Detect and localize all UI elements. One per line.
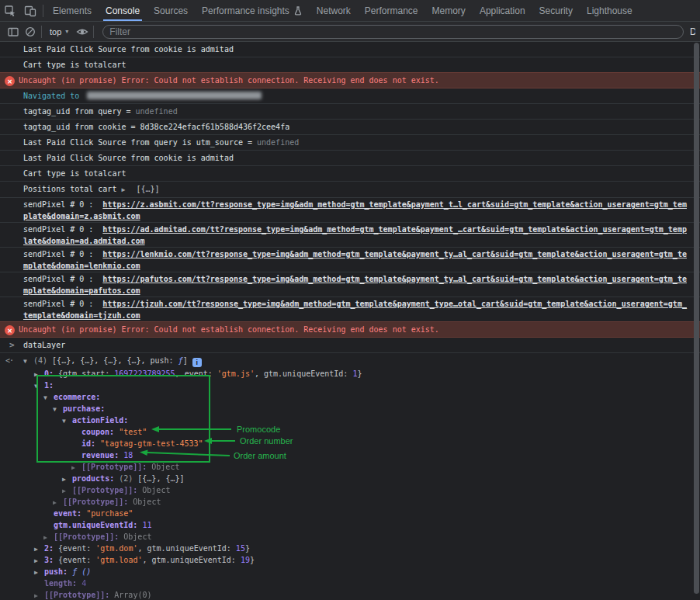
console-command-row: dataLayer bbox=[0, 338, 700, 353]
clear-console-button[interactable] bbox=[22, 24, 39, 40]
log-text: Cart type is totalcart bbox=[23, 61, 126, 69]
device-toolbar-button[interactable] bbox=[20, 0, 40, 21]
command-chevron-icon bbox=[9, 339, 15, 351]
error-text: Uncaught (in promise) Error: Could not e… bbox=[19, 325, 439, 334]
log-text: tagtag_uid from query = bbox=[23, 107, 136, 116]
command-text: dataLayer bbox=[23, 341, 65, 349]
disclosure-triangle-icon[interactable]: ▼ bbox=[43, 392, 54, 404]
tree-row: ▼ecommerce: bbox=[0, 391, 700, 403]
tab-label: Application bbox=[480, 5, 525, 16]
property-key: push: bbox=[44, 567, 72, 576]
vertical-scrollbar[interactable] bbox=[694, 43, 699, 594]
inspect-cursor-icon bbox=[4, 5, 16, 17]
log-text: Positions total cart bbox=[23, 185, 121, 193]
log-text: Last Paid Click Source from query is utm… bbox=[23, 138, 257, 147]
pixel-url-link[interactable]: https://ad.admitad.com/tt?response_type=… bbox=[23, 225, 687, 245]
disclosure-triangle-icon[interactable]: ▶ bbox=[34, 543, 44, 555]
toolbar-divider bbox=[43, 5, 43, 17]
undefined-value: undefined bbox=[136, 107, 178, 116]
pixel-url-link[interactable]: https://tjzuh.com/tt?response_type=img&a… bbox=[23, 300, 687, 320]
console-result-row: ▼(4) [{…}, {…}, {…}, {…}, push: ƒ]i bbox=[0, 353, 700, 368]
tab-label: Performance bbox=[365, 5, 418, 16]
number-value: 4 bbox=[81, 579, 86, 588]
property-key: gtm.uniqueEventId: bbox=[54, 521, 142, 529]
number-value: 11 bbox=[142, 521, 151, 529]
tab-memory[interactable]: Memory bbox=[425, 0, 473, 21]
object-value: Object bbox=[123, 532, 151, 541]
disclosure-triangle-icon[interactable]: ▶ bbox=[121, 184, 131, 196]
console-log-row: tagtag_uid from query = undefined bbox=[0, 104, 700, 120]
default-levels-dropdown[interactable]: D bbox=[690, 26, 695, 37]
navigation-row: Navigated to bbox=[0, 88, 700, 104]
tree-row: ▶products: (2) [{…}, {…}] bbox=[0, 473, 700, 484]
flask-icon bbox=[293, 6, 303, 16]
disclosure-triangle-icon[interactable]: ▼ bbox=[62, 415, 72, 427]
pixel-url-link[interactable]: https://z.asbmit.com/tt?response_type=im… bbox=[23, 200, 687, 220]
disclosure-triangle-icon[interactable]: ▶ bbox=[71, 462, 81, 473]
console-log-row: Cart type is totalcart bbox=[0, 57, 700, 73]
object-preview: } bbox=[250, 556, 255, 564]
tree-row: gtm.uniqueEventId: 11 bbox=[0, 519, 700, 531]
object-preview: } bbox=[245, 544, 250, 553]
clear-console-icon bbox=[24, 26, 36, 38]
tab-performance-insights[interactable]: Performance insights bbox=[195, 0, 310, 21]
tab-label: Elements bbox=[53, 5, 92, 16]
tree-row: coupon: "test" bbox=[0, 426, 700, 438]
disclosure-triangle-icon[interactable]: ▶ bbox=[34, 567, 44, 578]
object-preview: {event: bbox=[58, 544, 95, 553]
tree-row: event: "purchase" bbox=[0, 508, 700, 519]
info-icon[interactable]: i bbox=[192, 358, 202, 367]
tab-label: Lighthouse bbox=[587, 5, 632, 16]
string-value: "tagtag-gtm-test-4533" bbox=[100, 439, 203, 448]
console-sidebar-toggle-button[interactable] bbox=[5, 24, 22, 40]
tab-application[interactable]: Application bbox=[473, 0, 532, 21]
property-key: [[Prototype]]: bbox=[54, 532, 123, 541]
tab-lighthouse[interactable]: Lighthouse bbox=[580, 0, 639, 21]
disclosure-triangle-icon[interactable]: ▶ bbox=[62, 485, 72, 497]
tab-network[interactable]: Network bbox=[310, 0, 358, 21]
live-expression-button[interactable] bbox=[74, 24, 91, 40]
tab-performance[interactable]: Performance bbox=[358, 0, 425, 21]
string-value: "test" bbox=[119, 428, 147, 436]
object-preview: , gtm.uniqueEventId: bbox=[137, 544, 235, 553]
array-preview: [{…}, {…}] bbox=[137, 474, 184, 483]
console-error-row: Uncaught (in promise) Error: Could not e… bbox=[0, 72, 700, 88]
disclosure-triangle-icon[interactable]: ▼ bbox=[53, 404, 63, 415]
execution-context-selector[interactable]: top ▾ bbox=[44, 27, 74, 36]
property-key: products: bbox=[72, 474, 119, 483]
undefined-value: undefined bbox=[257, 138, 299, 147]
devtools-window: Elements Console Sources Performance ins… bbox=[0, 0, 700, 600]
property-key: revenue: bbox=[81, 451, 123, 460]
property-key: 2: bbox=[44, 544, 58, 553]
chevron-down-icon: ▾ bbox=[65, 28, 68, 35]
tree-row: ▼purchase: bbox=[0, 403, 700, 414]
tab-sources[interactable]: Sources bbox=[147, 0, 195, 21]
disclosure-triangle-icon[interactable]: ▶ bbox=[43, 532, 54, 543]
disclosure-triangle-icon[interactable]: ▼ bbox=[34, 380, 44, 392]
disclosure-triangle-icon[interactable]: ▶ bbox=[34, 555, 44, 567]
disclosure-triangle-icon[interactable]: ▶ bbox=[34, 369, 44, 380]
tab-console[interactable]: Console bbox=[99, 0, 147, 21]
toolbar-divider bbox=[93, 26, 94, 38]
disclosure-triangle-icon[interactable]: ▶ bbox=[53, 497, 63, 508]
inspect-element-button[interactable] bbox=[0, 0, 20, 21]
pixel-url-link[interactable]: https://lenkmio.com/tt?response_type=img… bbox=[23, 250, 687, 270]
log-text: Last Paid Click Source from cookie is ad… bbox=[23, 154, 234, 162]
console-filter-input[interactable] bbox=[102, 25, 684, 39]
log-text: sendPixel # 0 : bbox=[23, 275, 102, 283]
disclosure-triangle-icon[interactable]: ▼ bbox=[23, 355, 33, 367]
pixel-url-link[interactable]: https://pafutos.com/tt?response_type=img… bbox=[23, 275, 687, 295]
sidebar-panel-icon bbox=[7, 26, 19, 38]
console-log-row: sendPixel # 0 : https://z.asbmit.com/tt?… bbox=[0, 198, 700, 223]
string-value: 'gtm.js' bbox=[217, 369, 255, 378]
property-key: ecommerce: bbox=[54, 393, 100, 401]
disclosure-triangle-icon[interactable]: ▶ bbox=[62, 473, 72, 485]
function-value: ƒ () bbox=[72, 567, 91, 576]
array-preview: push: bbox=[151, 356, 178, 365]
tab-label: Security bbox=[539, 5, 573, 16]
disclosure-triangle-icon[interactable]: ▶ bbox=[34, 590, 44, 600]
tab-security[interactable]: Security bbox=[532, 0, 580, 21]
devtools-tab-bar: Elements Console Sources Performance ins… bbox=[0, 0, 700, 22]
tab-elements[interactable]: Elements bbox=[46, 0, 99, 21]
string-value: 'gtm.load' bbox=[95, 556, 142, 564]
